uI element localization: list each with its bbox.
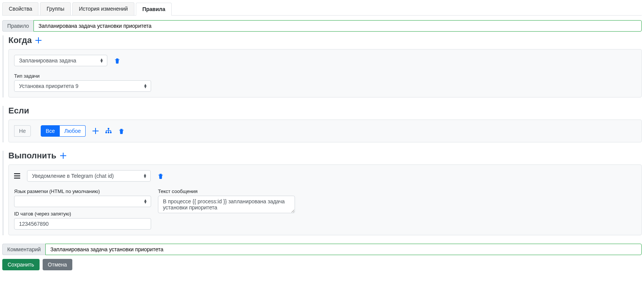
message-label: Текст сообщения xyxy=(158,188,295,194)
tab-groups[interactable]: Группы xyxy=(40,2,71,15)
cancel-button[interactable]: Отмена xyxy=(43,259,72,270)
if-any-button[interactable]: Любое xyxy=(60,125,86,137)
chat-ids-input[interactable] xyxy=(14,218,151,230)
when-title: Когда xyxy=(8,35,32,45)
save-button[interactable]: Сохранить xyxy=(2,259,40,270)
if-title: Если xyxy=(8,106,29,116)
markup-label: Язык разметки (HTML по умолчанию) xyxy=(14,188,151,194)
tab-rules[interactable]: Правила xyxy=(136,3,172,16)
section-execute: Выполнить Уведомление в Telegram (chat i… xyxy=(2,151,642,235)
plus-icon[interactable] xyxy=(92,128,99,134)
trash-icon[interactable] xyxy=(158,173,164,179)
tab-properties[interactable]: Свойства xyxy=(2,2,38,15)
rule-name-group: Правило xyxy=(2,20,642,32)
task-type-select[interactable]: Установка приоритета 9 xyxy=(14,80,151,92)
drag-handle-icon[interactable] xyxy=(14,173,20,179)
plus-icon[interactable] xyxy=(60,153,66,159)
rule-name-label: Правило xyxy=(2,20,33,32)
plus-icon[interactable] xyxy=(35,37,41,43)
comment-input[interactable] xyxy=(45,244,642,255)
markup-select[interactable] xyxy=(14,196,151,207)
when-trigger-select[interactable]: Запланирована задача xyxy=(14,55,107,66)
task-type-label: Тип задачи xyxy=(14,73,636,79)
tab-history[interactable]: История изменений xyxy=(72,2,134,15)
when-trigger-select-wrap: Запланирована задача ▲▼ xyxy=(14,55,107,66)
section-if: Если Не Все Любое xyxy=(2,106,642,142)
trash-icon[interactable] xyxy=(114,57,120,64)
comment-group: Комментарий xyxy=(2,244,642,255)
trash-icon[interactable] xyxy=(118,128,124,134)
tabs: Свойства Группы История изменений Правил… xyxy=(2,2,642,16)
comment-label: Комментарий xyxy=(2,244,45,255)
if-all-button[interactable]: Все xyxy=(41,125,60,137)
chat-ids-label: ID чатов (через запятую) xyxy=(14,211,151,217)
execute-action-select[interactable]: Уведомление в Telegram (chat id) xyxy=(27,170,151,182)
message-textarea[interactable] xyxy=(158,196,295,213)
section-when: Когда Запланирована задача ▲▼ Тип задачи… xyxy=(2,35,642,97)
if-not-button[interactable]: Не xyxy=(14,125,31,137)
rule-name-input[interactable] xyxy=(33,20,642,32)
sitemap-icon[interactable] xyxy=(105,128,112,134)
execute-title: Выполнить xyxy=(8,151,56,161)
